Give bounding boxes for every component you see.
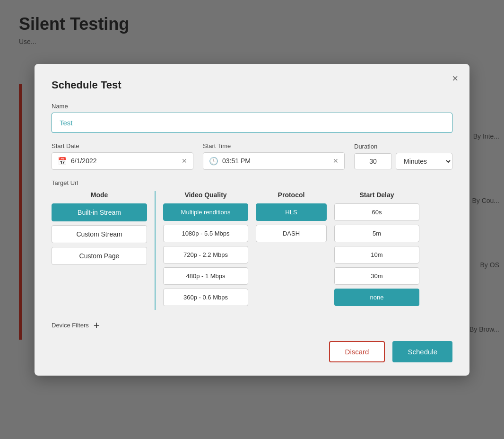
add-device-filter-icon[interactable]: + bbox=[94, 319, 100, 332]
options-grid: Mode Built-in Stream Custom Stream Custo… bbox=[52, 191, 452, 310]
start-delay-header: Start Delay bbox=[334, 191, 419, 199]
start-time-field: Start Time 🕒 03:51 PM ✕ bbox=[203, 142, 345, 170]
mode-column: Mode Built-in Stream Custom Stream Custo… bbox=[52, 191, 156, 310]
start-date-clear-icon[interactable]: ✕ bbox=[182, 157, 187, 165]
start-time-clear-icon[interactable]: ✕ bbox=[333, 157, 339, 165]
discard-button[interactable]: Discard bbox=[329, 341, 385, 362]
delay-10m[interactable]: 10m bbox=[334, 246, 419, 263]
duration-wrapper: Minutes Seconds Hours bbox=[354, 153, 452, 170]
start-time-wrapper[interactable]: 🕒 03:51 PM ✕ bbox=[203, 152, 345, 170]
protocol-hls[interactable]: HLS bbox=[256, 203, 327, 221]
date-time-row: Start Date 📅 6/1/2022 ✕ Start Time 🕒 03:… bbox=[52, 142, 452, 170]
mode-builtin-stream[interactable]: Built-in Stream bbox=[52, 203, 147, 221]
duration-label: Duration bbox=[354, 143, 452, 150]
modal-overlay: × Schedule Test Name Start Date 📅 6/1/20… bbox=[0, 0, 504, 439]
start-date-wrapper[interactable]: 📅 6/1/2022 ✕ bbox=[52, 152, 193, 170]
target-url-label: Target Url bbox=[52, 179, 452, 186]
clock-icon: 🕒 bbox=[209, 157, 218, 166]
delay-5m[interactable]: 5m bbox=[334, 225, 419, 242]
start-time-label: Start Time bbox=[203, 142, 345, 149]
mode-header: Mode bbox=[52, 191, 147, 199]
quality-720p[interactable]: 720p - 2.2 Mbps bbox=[163, 246, 248, 263]
mode-custom-stream[interactable]: Custom Stream bbox=[52, 225, 147, 243]
start-date-field: Start Date 📅 6/1/2022 ✕ bbox=[52, 142, 193, 170]
protocol-header: Protocol bbox=[256, 191, 327, 199]
calendar-icon: 📅 bbox=[58, 157, 67, 166]
mode-custom-page[interactable]: Custom Page bbox=[52, 247, 147, 265]
quality-multiple-renditions[interactable]: Multiple renditions bbox=[163, 203, 248, 221]
start-date-value: 6/1/2022 bbox=[71, 157, 178, 165]
start-date-label: Start Date bbox=[52, 142, 193, 149]
dialog-footer: Discard Schedule bbox=[52, 341, 452, 362]
quality-1080p[interactable]: 1080p - 5.5 Mbps bbox=[163, 225, 248, 242]
quality-360p[interactable]: 360p - 0.6 Mbps bbox=[163, 289, 248, 306]
quality-480p[interactable]: 480p - 1 Mbps bbox=[163, 267, 248, 285]
dialog-title: Schedule Test bbox=[52, 79, 452, 91]
name-label: Name bbox=[52, 103, 452, 110]
protocol-column: Protocol HLS DASH bbox=[256, 191, 327, 310]
device-filters-label: Device Filters bbox=[52, 322, 89, 329]
video-quality-header: Video Quality bbox=[163, 191, 248, 199]
device-filters-row: Device Filters + bbox=[52, 319, 452, 332]
video-quality-column: Video Quality Multiple renditions 1080p … bbox=[163, 191, 248, 310]
name-input[interactable] bbox=[52, 113, 452, 133]
protocol-dash[interactable]: DASH bbox=[256, 225, 327, 242]
duration-field: Duration Minutes Seconds Hours bbox=[354, 143, 452, 170]
delay-30m[interactable]: 30m bbox=[334, 267, 419, 285]
start-delay-column: Start Delay 60s 5m 10m 30m none bbox=[334, 191, 419, 310]
delay-none[interactable]: none bbox=[334, 289, 419, 306]
duration-number-input[interactable] bbox=[354, 153, 392, 169]
close-button[interactable]: × bbox=[452, 73, 458, 84]
start-time-value: 03:51 PM bbox=[222, 157, 329, 165]
schedule-test-dialog: × Schedule Test Name Start Date 📅 6/1/20… bbox=[35, 64, 469, 376]
delay-60s[interactable]: 60s bbox=[334, 203, 419, 221]
duration-unit-select[interactable]: Minutes Seconds Hours bbox=[396, 153, 452, 170]
schedule-button[interactable]: Schedule bbox=[392, 341, 452, 362]
